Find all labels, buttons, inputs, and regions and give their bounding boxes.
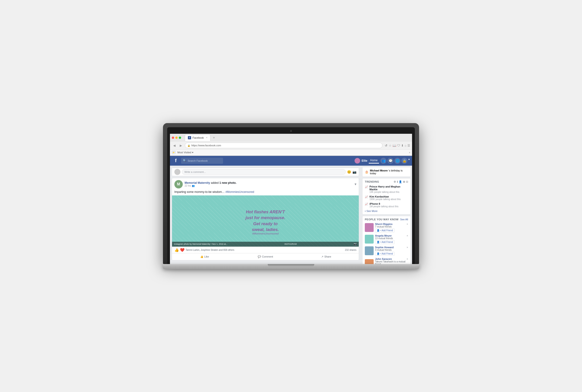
dismiss-person-3[interactable]: × [407,258,408,260]
laptop-hinge [268,264,314,266]
back-button[interactable]: ◀ [172,143,177,148]
active-tab[interactable]: f Facebook × [185,134,210,141]
dismiss-person-0[interactable]: × [407,223,408,226]
home-nav-link[interactable]: Home [369,158,379,164]
feed-column: Write a comment... 😊 📷 M [170,166,361,264]
trending-content-2: iPhone 8 1M people talking about this [369,202,408,208]
ssl-lock-icon: 🔒 [187,144,190,147]
post-meta: Memorial Maternity added 1 new photo. 22… [185,181,353,187]
download-icon[interactable]: ⬇ [401,144,404,147]
instagram-tag: INSTAGRAM [284,243,297,245]
add-friend-icon-0: 👤+ [377,229,381,232]
person-name-3[interactable]: John Saracen [375,258,408,260]
add-friend-button-0[interactable]: 👤+ Add Friend [375,228,395,232]
menu-icon[interactable]: ☰ [407,144,410,147]
dismiss-person-2[interactable]: × [407,246,408,249]
account-dropdown-arrow[interactable]: ▾ [408,158,410,164]
reading-list-icon[interactable]: 📖 [392,144,396,147]
facebook-search-icon: 🔍 [183,159,186,162]
shield-icon[interactable]: 🛡 [397,144,400,147]
post-image-footer: Instagram photo by Memorial Maternity • … [172,242,359,246]
reaction-count: Tammi Larkin, Josphine Straten and 658 o… [186,249,234,251]
person-name-2[interactable]: Sophie Howard [375,246,408,249]
maximize-window-button[interactable] [179,136,181,139]
more-bookmarks-icon[interactable]: » [409,151,410,154]
trending-sub-0: 14K people talking about this [369,191,408,193]
post-added-text: added [211,181,219,184]
person-name-0[interactable]: Sherri Riggins [375,223,408,226]
post-count-text: 1 new photo. [219,181,236,184]
home-icon[interactable]: ⌂ [405,144,406,147]
post-shares-count: 232 shares [345,249,356,251]
minimize-window-button[interactable] [175,136,178,139]
refresh-button[interactable]: ↺ [385,144,387,147]
person-mutual-2: 3 mutual friends [375,249,408,251]
trending-see-more[interactable]: • See More [365,210,408,212]
share-button[interactable]: ↗ Share [296,254,356,259]
post-hashtag-link[interactable]: #MommiesUncensored [225,190,254,194]
close-window-button[interactable] [172,136,174,139]
post-header: M Memorial Maternity added 1 new photo. [172,178,359,190]
facebook-search-placeholder: Search Facebook [188,159,208,162]
birthday-text: Michael Moore 's birthday is today [370,169,408,175]
facebook-content: f 🔍 Search Facebook Ellie Home � [170,156,412,264]
comment-input[interactable]: Write a comment... [182,169,346,175]
dismiss-person-1[interactable]: × [407,234,408,237]
bookmark-folder-icon: 📁 [172,151,176,154]
facebook-logo: f [172,157,179,164]
post-reactions: 👍 ❤️ Tammi Larkin, Josphine Straten and … [172,246,359,253]
post-author-avatar: M [174,180,183,188]
tab-close-button[interactable]: × [206,136,207,139]
trending-people-icon[interactable]: 👤 [399,180,402,183]
person-name-1[interactable]: Angela Meyer [375,234,408,237]
address-text: https://www.facebook.com [191,144,221,147]
like-button[interactable]: 👍 Like [174,254,235,259]
comment-button[interactable]: 💬 Comment [235,254,295,259]
camera [290,130,292,132]
like-icon: 👍 [200,255,204,258]
trending-arrow-1: 📈 [365,196,368,198]
post-image-overlay-text: Hot flashes AREN'T just for menopause. G… [241,204,290,237]
people-see-all-link[interactable]: See All [400,218,408,221]
user-avatar[interactable] [355,158,360,164]
trending-info-icon[interactable]: ℹ [397,180,398,183]
add-friend-button-1[interactable]: 👤+ Add Friend [375,240,395,244]
add-friend-icon-1: 👤+ [377,241,381,243]
trending-name-1[interactable]: Kim Kardashian [369,195,408,198]
forward-button[interactable]: ▶ [178,143,183,148]
notifications-nav-icon[interactable]: 🌐 [394,158,400,164]
address-bar[interactable]: 🔒 https://www.facebook.com [185,142,382,148]
account-nav-icon[interactable]: 🔒 [401,158,407,164]
facebook-search-bar[interactable]: 🔍 Search Facebook [181,158,223,164]
add-friend-button-2[interactable]: 👤+ Add Friend [375,252,395,256]
new-tab-button[interactable]: + [211,134,217,141]
friends-nav-icon[interactable]: 👥 [380,158,386,164]
comment-bar-top: Write a comment... 😊 📷 [172,168,359,176]
most-visited-bookmark[interactable]: Most Visited ▾ [177,151,193,154]
share-icon: ↗ [321,255,323,258]
trending-grid-icon[interactable]: ⊞ [403,180,405,183]
comment-action-icon: 😊 [347,170,351,174]
username-label: Ellie [362,159,367,162]
post-author-name[interactable]: Memorial Maternity added 1 new photo. [185,181,353,184]
trending-expand-icon[interactable]: ⊡ [406,180,408,183]
sidebar-column: 🎂 Michael Moore 's birthday is today TRE… [361,166,412,264]
facebook-nav-right: Ellie Home 👥 💬 🌐 🔒 ▾ [355,158,410,164]
tab-favicon: f [188,136,191,139]
bookmark-icon[interactable]: ☆ [389,144,392,147]
person-mutual-3: Takumi Takahashi is a mutual friend. [375,260,408,264]
facebook-navbar: f 🔍 Search Facebook Ellie Home � [170,156,412,166]
comment-avatar [174,169,180,175]
post-options-button[interactable]: ▾ [355,182,356,186]
trending-name-2[interactable]: iPhone 8 [369,202,408,205]
messages-nav-icon[interactable]: 💬 [387,158,393,164]
birthday-notice: 🎂 Michael Moore 's birthday is today [362,167,411,177]
tab-title: Facebook [193,136,204,139]
trending-arrow-0: 📈 [365,186,368,188]
trending-settings-icon[interactable]: ⚙ [394,180,396,183]
laptop-body: f Facebook × + ◀ ▶ 🔒 [163,123,419,264]
person-item-3: John Saracen Takumi Takahashi is a mutua… [365,258,408,264]
bookmarks-bar: 📁 Most Visited ▾ » [170,150,412,156]
comment-icon: 💬 [258,255,261,258]
trending-name-0[interactable]: Prince Harry and Meghan Markle [369,185,408,191]
